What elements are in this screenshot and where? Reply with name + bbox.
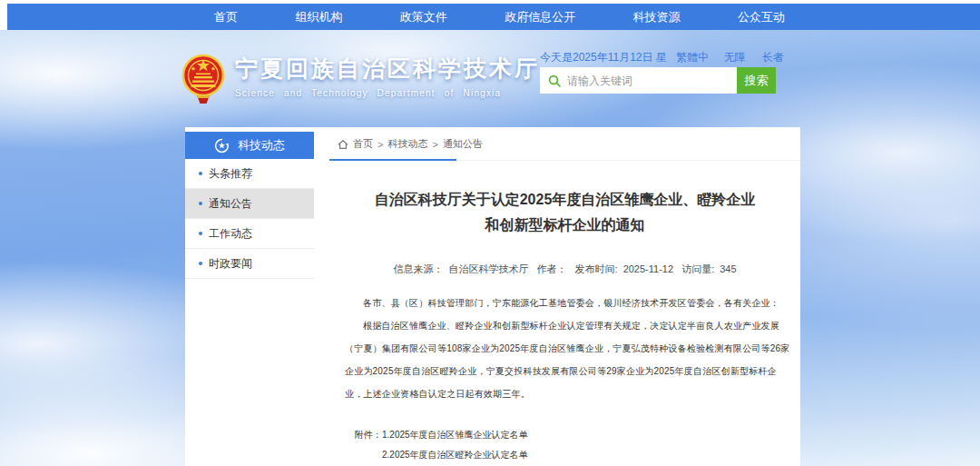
sidebar: 科技动态 头条推荐 通知公告 工作动态 时政要闻	[185, 132, 314, 279]
bullet-dot-icon	[199, 262, 202, 265]
nav-item-organization[interactable]: 组织机构	[295, 9, 342, 25]
sidebar-item-notices[interactable]: 通知公告	[185, 189, 314, 219]
top-nav: 首页 组织机构 政策文件 政府信息公开 科技资源 公众互动	[7, 4, 980, 30]
article-body: 各市、县（区）科技管理部门，宁东能源化工基地管委会，银川经济技术开发区管委会，各…	[345, 292, 791, 405]
attachments-list: 1.2025年度自治区雏鹰企业认定名单 2.2025年度自治区瞪羚企业认定名单 …	[382, 425, 555, 466]
bullet-dot-icon	[199, 172, 202, 175]
article-title-line1: 自治区科技厅关于认定2025年度自治区雏鹰企业、瞪羚企业	[375, 192, 756, 207]
meta-author-label: 作者：	[537, 263, 567, 274]
sidebar-item-label: 通知公告	[209, 196, 252, 212]
breadcrumb-tech-news[interactable]: 科技动态	[387, 137, 427, 151]
breadcrumb: 首页 > 科技动态 > 通知公告	[338, 137, 800, 151]
sidebar-item-label: 工作动态	[209, 226, 252, 242]
sidebar-header: 科技动态	[185, 132, 314, 159]
page: 首页 组织机构 政策文件 政府信息公开 科技资源 公众互动 宁夏回族自治区科学技…	[0, 0, 980, 466]
meta-views-label: 访问量:	[681, 263, 714, 274]
breadcrumb-separator: >	[432, 139, 437, 150]
main-article-area: 首页 > 科技动态 > 通知公告 自治区科技厅关于认定2025年度自治区雏鹰企业…	[329, 127, 800, 466]
breadcrumb-separator: >	[377, 139, 383, 150]
site-brand: 宁夏回族自治区科学技术厅 Science and Technology Depa…	[181, 52, 540, 104]
meta-publish-label: 发布时间:	[575, 263, 618, 274]
breadcrumb-current: 通知公告	[443, 137, 483, 151]
attachment-link-gazelle-list[interactable]: 2.2025年度自治区瞪羚企业认定名单	[382, 445, 555, 465]
nav-item-public-interaction[interactable]: 公众互动	[738, 9, 785, 25]
meta-publish-date: 2025-11-12	[623, 263, 673, 274]
nav-item-policy-documents[interactable]: 政策文件	[400, 9, 447, 25]
nav-item-gov-info-disclosure[interactable]: 政府信息公开	[505, 9, 575, 25]
breadcrumb-home[interactable]: 首页	[353, 137, 373, 151]
meta-source: 自治区科学技术厅	[448, 263, 528, 274]
search-button[interactable]: 搜索	[737, 67, 776, 94]
search-icon	[548, 74, 561, 87]
attachments-label: 附件：	[355, 425, 382, 466]
attachment-link-eagle-list[interactable]: 1.2025年度自治区雏鹰企业认定名单	[382, 425, 555, 445]
content-wrapper: 科技动态 头条推荐 通知公告 工作动态 时政要闻	[185, 127, 800, 466]
nav-item-tech-resources[interactable]: 科技资源	[633, 9, 681, 25]
search-bar: 搜索	[540, 67, 776, 94]
bullet-dot-icon	[199, 232, 202, 235]
search-box	[540, 67, 737, 94]
article-title-line2: 和创新型标杆企业的通知	[485, 217, 645, 233]
sidebar-title: 科技动态	[238, 137, 285, 154]
sidebar-item-label: 时政要闻	[209, 256, 252, 272]
sidebar-item-label: 头条推荐	[209, 166, 252, 182]
breadcrumb-accent-line	[329, 159, 456, 161]
meta-views: 345	[720, 263, 736, 274]
brand-text: 宁夏回族自治区科学技术厅 Science and Technology Depa…	[235, 52, 540, 98]
national-emblem-logo	[181, 52, 225, 104]
nav-item-home[interactable]: 首页	[214, 9, 238, 25]
article-title: 自治区科技厅关于认定2025年度自治区雏鹰企业、瞪羚企业 和创新型标杆企业的通知	[344, 187, 786, 238]
sidebar-item-work-updates[interactable]: 工作动态	[185, 219, 314, 249]
bullet-dot-icon	[199, 202, 202, 205]
article-paragraph: 根据自治区雏鹰企业、瞪羚企业和创新型标杆企业认定管理有关规定，决定认定半亩良人农…	[345, 314, 791, 405]
article-paragraph: 各市、县（区）科技管理部门，宁东能源化工基地管委会，银川经济技术开发区管委会，各…	[345, 292, 791, 314]
sidebar-item-current-politics[interactable]: 时政要闻	[185, 249, 314, 279]
meta-source-label: 信息来源：	[393, 263, 443, 274]
search-input[interactable]	[567, 74, 729, 87]
home-icon	[338, 139, 348, 150]
breadcrumb-divider	[329, 159, 800, 161]
tech-news-icon	[214, 138, 230, 154]
site-title: 宁夏回族自治区科学技术厅	[235, 54, 540, 84]
site-subtitle: Science and Technology Department of Nin…	[235, 88, 540, 98]
top-nav-inner: 首页 组织机构 政策文件 政府信息公开 科技资源 公众互动	[7, 4, 980, 30]
sidebar-item-headlines[interactable]: 头条推荐	[185, 159, 314, 189]
attachments-section: 附件： 1.2025年度自治区雏鹰企业认定名单 2.2025年度自治区瞪羚企业认…	[355, 425, 800, 466]
article-meta: 信息来源：自治区科学技术厅 作者： 发布时间:2025-11-12 访问量:34…	[329, 263, 800, 276]
